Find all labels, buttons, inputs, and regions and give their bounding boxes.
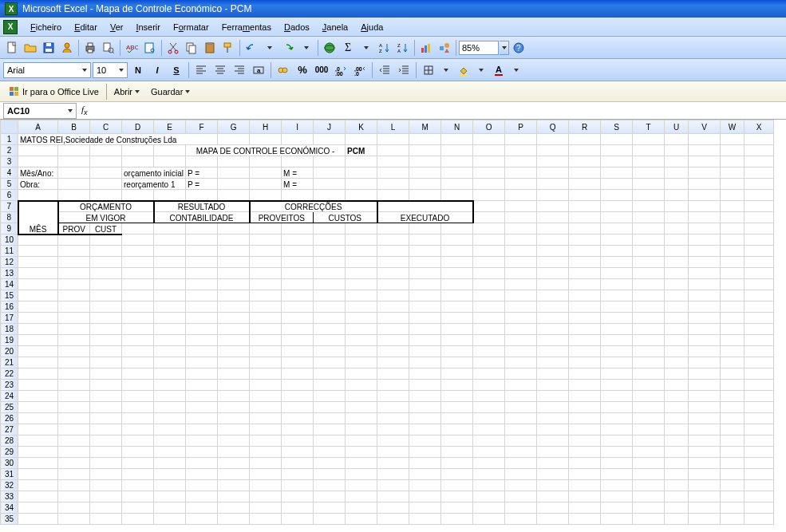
cell-P13[interactable] (505, 268, 537, 279)
cell-R33[interactable] (569, 491, 601, 502)
zoom-dropdown-icon[interactable] (500, 41, 509, 55)
cell-U6[interactable] (665, 190, 689, 201)
cell-D12[interactable] (122, 257, 154, 268)
col-header-L[interactable]: L (377, 120, 409, 134)
cell-H27[interactable] (250, 424, 282, 435)
cell-P15[interactable] (505, 290, 537, 301)
cell-I25[interactable] (282, 402, 314, 413)
cell-J3[interactable] (314, 156, 346, 167)
fill-color-dropdown-icon[interactable] (474, 61, 488, 79)
cell-G11[interactable] (218, 246, 250, 257)
cell-F20[interactable] (186, 346, 218, 357)
cell-T31[interactable] (633, 469, 665, 480)
cell-D20[interactable] (122, 346, 154, 357)
cell-L24[interactable] (377, 391, 409, 402)
row-header-26[interactable]: 26 (1, 413, 18, 424)
cell-J30[interactable] (314, 458, 346, 469)
cell-C9[interactable]: CUST (90, 223, 122, 234)
cell-X31[interactable] (745, 469, 774, 480)
cell-D32[interactable] (122, 480, 154, 491)
cell-G19[interactable] (218, 335, 250, 346)
cell-E30[interactable] (154, 458, 186, 469)
cell-F10[interactable] (186, 234, 218, 246)
cell-R11[interactable] (569, 246, 601, 257)
cell-O24[interactable] (473, 391, 505, 402)
cell-Q11[interactable] (537, 246, 569, 257)
cell-E22[interactable] (154, 368, 186, 380)
cell-M3[interactable] (409, 156, 441, 167)
cell-A6[interactable] (18, 190, 58, 201)
cell-T35[interactable] (633, 514, 665, 525)
cell-P3[interactable] (505, 156, 537, 167)
cell-L10[interactable] (377, 234, 409, 246)
cell-D33[interactable] (122, 491, 154, 502)
office-live-go-button[interactable]: Ir para o Office Live (3, 84, 105, 100)
italic-button[interactable]: I (148, 61, 166, 79)
cell-M15[interactable] (409, 290, 441, 301)
cell-H16[interactable] (250, 301, 282, 313)
merge-center-icon[interactable]: a (250, 61, 267, 79)
cell-I27[interactable] (282, 424, 314, 435)
cell-R23[interactable] (569, 380, 601, 391)
cell-T2[interactable] (633, 145, 665, 156)
cell-R13[interactable] (569, 268, 601, 279)
cell-F17[interactable] (186, 313, 218, 324)
cell-E19[interactable] (154, 335, 186, 346)
zoom-combo[interactable]: 85% (459, 41, 499, 55)
cell-I1[interactable] (282, 134, 314, 145)
cell-R35[interactable] (569, 514, 601, 525)
row-header-19[interactable]: 19 (1, 335, 18, 346)
cell-B29[interactable] (58, 447, 90, 458)
row-header-23[interactable]: 23 (1, 380, 18, 391)
menu-formatar[interactable]: Formatar (167, 20, 215, 34)
cell-T15[interactable] (633, 290, 665, 301)
cell-O32[interactable] (473, 480, 505, 491)
cell-C4[interactable] (90, 167, 122, 179)
cell-X35[interactable] (745, 514, 774, 525)
cell-I18[interactable] (282, 324, 314, 335)
row-header-21[interactable]: 21 (1, 357, 18, 368)
cell-V24[interactable] (689, 391, 721, 402)
cell-K28[interactable] (346, 435, 377, 447)
cell-D6[interactable] (122, 190, 154, 201)
cell-W20[interactable] (721, 346, 745, 357)
cell-W6[interactable] (721, 190, 745, 201)
col-header-K[interactable]: K (346, 120, 377, 134)
cell-N24[interactable] (441, 391, 473, 402)
menu-inserir[interactable]: Inserir (129, 20, 167, 34)
cell-X10[interactable] (745, 234, 774, 246)
cell-I13[interactable] (282, 268, 314, 279)
cell-W2[interactable] (721, 145, 745, 156)
cell-Q22[interactable] (537, 368, 569, 380)
cell-Q27[interactable] (537, 424, 569, 435)
cell-A34[interactable] (18, 502, 58, 514)
cell-X25[interactable] (745, 402, 774, 413)
font-name-combo[interactable]: Arial (3, 62, 91, 78)
cell-C2[interactable] (90, 145, 122, 156)
cell-T27[interactable] (633, 424, 665, 435)
cell-W9[interactable] (721, 223, 745, 234)
cell-U22[interactable] (665, 368, 689, 380)
cell-T22[interactable] (633, 368, 665, 380)
cell-A17[interactable] (18, 313, 58, 324)
cell-K33[interactable] (346, 491, 377, 502)
cell-L28[interactable] (377, 435, 409, 447)
cell-N14[interactable] (441, 279, 473, 290)
cell-S29[interactable] (601, 447, 633, 458)
cell-A26[interactable] (18, 413, 58, 424)
cell-S20[interactable] (601, 346, 633, 357)
cell-F15[interactable] (186, 290, 218, 301)
cell-B8[interactable]: EM VIGOR (58, 212, 154, 223)
cell-M19[interactable] (409, 335, 441, 346)
cell-D10[interactable] (122, 234, 154, 246)
menu-ferramentas[interactable]: Ferramentas (215, 20, 278, 34)
cell-X34[interactable] (745, 502, 774, 514)
cell-S21[interactable] (601, 357, 633, 368)
cell-O10[interactable] (473, 234, 505, 246)
cell-A25[interactable] (18, 402, 58, 413)
cell-X26[interactable] (745, 413, 774, 424)
cell-S17[interactable] (601, 313, 633, 324)
cell-K12[interactable] (346, 257, 377, 268)
cell-N9[interactable] (441, 223, 473, 234)
cell-G15[interactable] (218, 290, 250, 301)
